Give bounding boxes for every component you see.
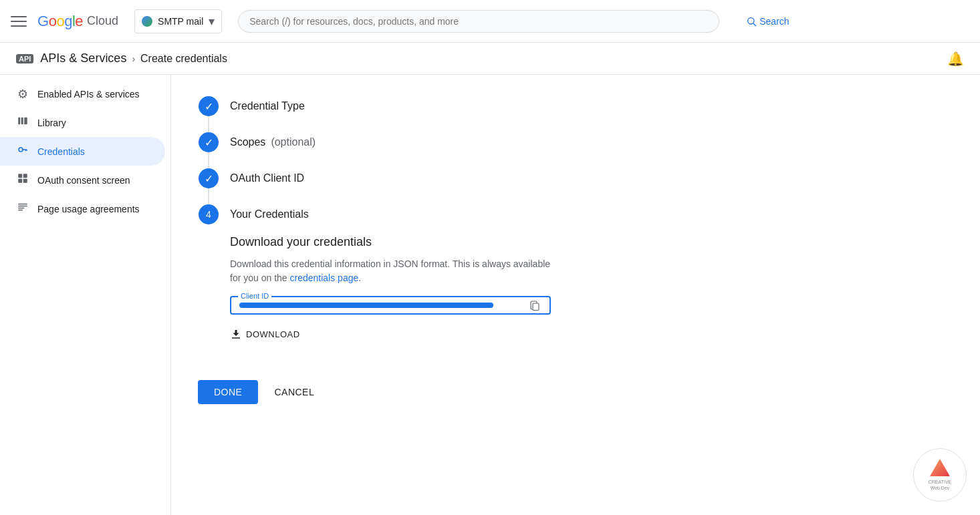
step-2-content: Scopes (optional) xyxy=(230,132,953,168)
step-1-label: Credential Type xyxy=(230,96,305,116)
svg-rect-17 xyxy=(533,303,539,311)
project-icon xyxy=(142,16,152,27)
check-icon: ✓ xyxy=(205,100,213,113)
step-2-indicator: ✓ xyxy=(198,132,219,168)
step-3-circle: ✓ xyxy=(199,168,219,188)
cancel-button[interactable]: CANCEL xyxy=(269,380,320,404)
action-buttons: DONE CANCEL xyxy=(198,380,953,404)
search-input[interactable] xyxy=(238,10,719,33)
step-1-line xyxy=(208,116,209,132)
check-icon: ✓ xyxy=(205,136,213,149)
step-3-line xyxy=(208,188,209,204)
description-text-1: Download this credential information in … xyxy=(230,259,550,283)
breadcrumb-separator: › xyxy=(132,53,135,64)
sidebar-item-label: OAuth consent screen xyxy=(37,175,130,186)
svg-rect-9 xyxy=(18,174,22,178)
svg-rect-11 xyxy=(18,179,22,183)
settings-icon: ⚙ xyxy=(16,87,29,102)
client-id-label: Client ID xyxy=(238,292,271,300)
step-2-optional: (optional) xyxy=(271,132,316,152)
step-3-content: OAuth Client ID xyxy=(230,168,953,204)
client-id-field: Client ID xyxy=(230,296,551,315)
description-text-2: . xyxy=(358,273,361,283)
topbar-left: Google Cloud SMTP mail ▾ xyxy=(11,9,222,33)
key-icon xyxy=(16,144,29,159)
step-1-circle: ✓ xyxy=(199,96,219,116)
menu-icon[interactable] xyxy=(11,13,27,29)
svg-line-1 xyxy=(753,23,756,26)
step-4-row: 4 Your Credentials Download your credent… xyxy=(198,204,953,359)
cloud-text: Cloud xyxy=(87,14,118,28)
step-2-circle: ✓ xyxy=(199,132,219,152)
watermark: CREATIVEWeb Dev xyxy=(913,448,967,502)
sidebar-item-library[interactable]: Library xyxy=(0,108,165,137)
credentials-form: Download your credentials Download this … xyxy=(230,235,953,343)
search-label: Search xyxy=(759,16,789,27)
svg-point-5 xyxy=(19,148,23,152)
stepper: ✓ Credential Type ✓ xyxy=(198,96,953,359)
form-description: Download this credential information in … xyxy=(230,257,551,285)
sidebar-item-page-usage[interactable]: Page usage agreements xyxy=(0,194,165,223)
step-4-content: Your Credentials Download your credentia… xyxy=(230,204,953,359)
topbar: Google Cloud SMTP mail ▾ Search xyxy=(0,0,980,43)
page-usage-icon xyxy=(16,201,29,216)
step-3-indicator: ✓ xyxy=(198,168,219,204)
step-2-line xyxy=(208,152,209,168)
search-button[interactable]: Search xyxy=(735,11,800,32)
chevron-down-icon: ▾ xyxy=(209,14,215,29)
sidebar-item-label: Enabled APIs & services xyxy=(37,89,140,100)
sidebar-item-oauth-consent[interactable]: OAuth consent screen xyxy=(0,166,165,194)
step-2-row: ✓ Scopes (optional) xyxy=(198,132,953,168)
copy-icon xyxy=(529,299,541,311)
project-selector[interactable]: SMTP mail ▾ xyxy=(134,9,222,33)
google-cloud-logo[interactable]: Google Cloud xyxy=(37,13,118,30)
step-3-row: ✓ OAuth Client ID xyxy=(198,168,953,204)
secondary-bar: API APIs & Services › Create credentials… xyxy=(0,43,980,75)
step-4-label: Your Credentials xyxy=(230,204,309,224)
download-button[interactable]: DOWNLOAD xyxy=(230,325,300,343)
step-2-label: Scopes xyxy=(230,132,265,152)
step-3-label: OAuth Client ID xyxy=(230,168,304,188)
svg-rect-12 xyxy=(23,179,27,183)
logo-text: Google xyxy=(37,13,83,30)
search-bar xyxy=(238,10,719,33)
step-4-number: 4 xyxy=(206,209,211,220)
copy-button[interactable] xyxy=(525,296,544,315)
client-id-value-bar xyxy=(239,303,493,308)
sidebar-item-credentials[interactable]: Credentials xyxy=(0,137,165,166)
step-1-indicator: ✓ xyxy=(198,96,219,132)
main-content: ✓ Credential Type ✓ xyxy=(171,75,980,515)
sidebar-item-label: Page usage agreements xyxy=(37,204,140,214)
watermark-logo xyxy=(930,459,950,476)
svg-rect-10 xyxy=(23,174,27,178)
credentials-page-link[interactable]: credentials page xyxy=(290,273,359,283)
step-2-title: Scopes (optional) xyxy=(230,132,953,152)
step-1-row: ✓ Credential Type xyxy=(198,96,953,132)
svg-rect-4 xyxy=(24,118,27,125)
sidebar-item-label: Library xyxy=(37,118,66,128)
sidebar: ⚙ Enabled APIs & services Library Creden… xyxy=(0,75,171,515)
form-section-title: Download your credentials xyxy=(230,235,953,249)
download-label: DOWNLOAD xyxy=(246,329,300,339)
done-button[interactable]: DONE xyxy=(198,380,258,404)
download-icon xyxy=(230,328,242,340)
step-4-title: Your Credentials xyxy=(230,204,953,224)
project-name: SMTP mail xyxy=(158,16,203,27)
step-1-title: Credential Type xyxy=(230,96,953,116)
check-icon: ✓ xyxy=(205,172,213,185)
search-icon xyxy=(746,16,757,27)
step-4-indicator: 4 xyxy=(198,204,219,224)
apis-services-title: APIs & Services xyxy=(40,51,126,65)
api-badge: API xyxy=(16,54,33,63)
library-icon xyxy=(16,115,29,130)
step-4-circle: 4 xyxy=(199,204,219,224)
sidebar-item-enabled-apis[interactable]: ⚙ Enabled APIs & services xyxy=(0,80,165,108)
oauth-icon xyxy=(16,172,29,188)
sidebar-item-label: Credentials xyxy=(37,146,85,157)
watermark-text: CREATIVEWeb Dev xyxy=(929,479,952,491)
svg-rect-2 xyxy=(18,118,20,125)
svg-rect-3 xyxy=(21,118,23,125)
layout: ⚙ Enabled APIs & services Library Creden… xyxy=(0,75,980,515)
notifications-icon[interactable]: 🔔 xyxy=(947,51,964,67)
step-1-content: Credential Type xyxy=(230,96,953,132)
